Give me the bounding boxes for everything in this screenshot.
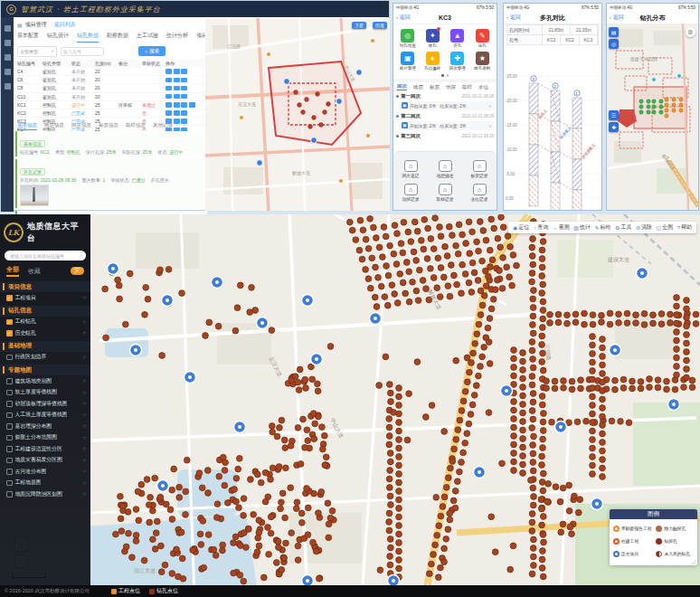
- borehole-dot[interactable]: [564, 320, 571, 327]
- row-action-button[interactable]: [181, 94, 187, 100]
- borehole-dot[interactable]: [572, 493, 578, 499]
- borehole-dot[interactable]: [429, 403, 435, 409]
- borehole-dot[interactable]: [442, 243, 449, 250]
- keyword-input[interactable]: [61, 47, 104, 56]
- borehole-dot[interactable]: [444, 253, 450, 260]
- borehole-dot[interactable]: [511, 407, 517, 413]
- tab-4[interactable]: 土工试验: [137, 32, 158, 43]
- borehole-dot[interactable]: [511, 382, 517, 388]
- detail-tab-3[interactable]: 标贯信息: [99, 122, 118, 130]
- borehole-dot[interactable]: [474, 331, 480, 337]
- layer-checkbox[interactable]: [6, 469, 13, 475]
- borehole-dot[interactable]: [311, 436, 317, 442]
- borehole-dot[interactable]: [599, 319, 605, 326]
- layer-checkbox[interactable]: [6, 435, 13, 441]
- borehole-dot[interactable]: [530, 416, 536, 422]
- layer-checkbox[interactable]: [6, 390, 13, 396]
- borehole-dot[interactable]: [346, 219, 353, 225]
- borehole-dot[interactable]: [157, 494, 164, 500]
- borehole-dot[interactable]: [158, 543, 165, 549]
- borehole-dot[interactable]: [214, 501, 221, 507]
- borehole-dot[interactable]: [487, 247, 493, 253]
- borehole-dot[interactable]: [236, 455, 242, 461]
- borehole-dot[interactable]: [386, 527, 393, 534]
- borehole-dot[interactable]: [539, 479, 545, 486]
- borehole-dot[interactable]: [590, 393, 596, 400]
- borehole-dot[interactable]: [279, 417, 285, 423]
- borehole-dot[interactable]: [319, 424, 326, 431]
- borehole-dot[interactable]: [492, 287, 498, 293]
- app-shortcut-开孔[interactable]: ▲开孔: [445, 29, 470, 48]
- record-tab-5[interactable]: 水位: [478, 84, 488, 90]
- borehole-dot[interactable]: [408, 239, 414, 245]
- borehole-dot[interactable]: [479, 354, 486, 360]
- borehole-dot[interactable]: [464, 379, 470, 385]
- borehole-dot[interactable]: [391, 251, 397, 257]
- row-action-button[interactable]: [174, 69, 180, 74]
- borehole-dot[interactable]: [429, 561, 435, 567]
- borehole-dot[interactable]: [629, 385, 636, 392]
- borehole-dot[interactable]: [466, 280, 472, 286]
- borehole-dot[interactable]: [674, 329, 680, 336]
- borehole-dot[interactable]: [394, 300, 401, 307]
- toolbar-帮助[interactable]: ?帮助: [677, 223, 692, 232]
- borehole-dot[interactable]: [446, 223, 452, 230]
- borehole-dot[interactable]: [590, 376, 596, 383]
- borehole-dot[interactable]: [383, 233, 389, 240]
- borehole-dot[interactable]: [539, 506, 545, 512]
- borehole-dot[interactable]: [302, 444, 308, 450]
- borehole-dot[interactable]: [256, 543, 262, 549]
- borehole-dot[interactable]: [158, 569, 165, 575]
- borehole-dot[interactable]: [674, 355, 680, 361]
- borehole-dot[interactable]: [386, 485, 393, 491]
- borehole-dot[interactable]: [599, 312, 605, 318]
- hole-value[interactable]: KC3: [580, 35, 598, 44]
- borehole-dot[interactable]: [326, 535, 332, 541]
- borehole-dot[interactable]: [528, 477, 534, 483]
- borehole-dot[interactable]: [404, 437, 411, 443]
- borehole-dot[interactable]: [387, 242, 393, 249]
- app-shortcut-相片管理[interactable]: ▣相片管理: [395, 52, 421, 71]
- borehole-dot[interactable]: [376, 383, 383, 389]
- layer-item-膨胀土分布范围图[interactable]: 膨胀土分布范围图☆: [0, 432, 90, 444]
- borehole-dot[interactable]: [681, 384, 687, 391]
- chevron-down-icon[interactable]: ∨: [488, 103, 492, 109]
- borehole-dot[interactable]: [241, 530, 247, 536]
- borehole-dot[interactable]: [462, 271, 468, 278]
- borehole-dot[interactable]: [282, 465, 289, 471]
- borehole-dot[interactable]: [305, 532, 311, 538]
- borehole-dot[interactable]: [647, 376, 653, 383]
- borehole-dot[interactable]: [590, 471, 596, 478]
- borehole-dot[interactable]: [600, 354, 606, 360]
- row-action-button[interactable]: [174, 110, 180, 116]
- borehole-dot[interactable]: [540, 419, 546, 425]
- green-borehole-dot[interactable]: [652, 100, 656, 103]
- borehole-dot[interactable]: [445, 475, 451, 481]
- borehole-dot[interactable]: [457, 469, 463, 475]
- borehole-dot[interactable]: [540, 308, 546, 314]
- toolbar-工具[interactable]: ⚙工具: [615, 223, 631, 232]
- borehole-dot[interactable]: [149, 507, 156, 514]
- borehole-dot[interactable]: [472, 340, 478, 346]
- borehole-dot[interactable]: [392, 223, 398, 229]
- borehole-dot[interactable]: [433, 494, 440, 500]
- borehole-dot[interactable]: [471, 392, 478, 398]
- borehole-dot[interactable]: [298, 510, 305, 516]
- row-action-button[interactable]: [166, 94, 172, 100]
- orange-borehole-dot[interactable]: [679, 98, 683, 101]
- orange-borehole-dot[interactable]: [672, 109, 676, 112]
- borehole-dot[interactable]: [539, 556, 545, 563]
- borehole-dot[interactable]: [459, 290, 465, 297]
- borehole-dot[interactable]: [313, 548, 319, 554]
- borehole-dot[interactable]: [510, 543, 516, 549]
- borehole-dot[interactable]: [590, 403, 596, 409]
- borehole-dot[interactable]: [369, 255, 375, 261]
- borehole-dot[interactable]: [175, 573, 182, 580]
- row-action-button[interactable]: [181, 78, 187, 83]
- borehole-dot[interactable]: [403, 260, 410, 266]
- borehole-dot[interactable]: [232, 487, 238, 493]
- borehole-dot[interactable]: [312, 116, 317, 120]
- borehole-dot[interactable]: [469, 402, 476, 408]
- borehole-dot[interactable]: [251, 511, 257, 517]
- borehole-dot[interactable]: [190, 547, 196, 554]
